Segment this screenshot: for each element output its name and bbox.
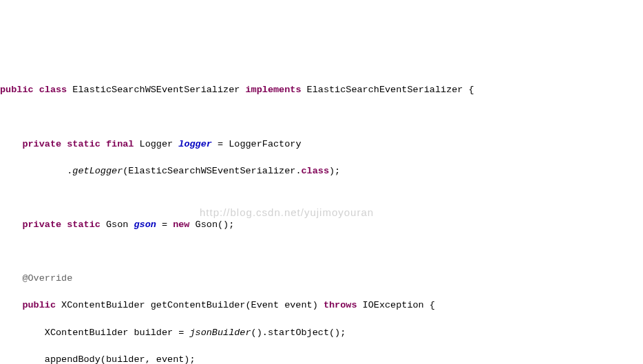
- call-getlogger: getLogger: [72, 166, 123, 176]
- code-line-blank: [0, 111, 643, 125]
- rest: (ElasticSearchWSEventSerializer.: [123, 166, 301, 176]
- kw-final: final: [106, 139, 134, 149]
- eq: =: [156, 220, 173, 230]
- kw-class: class: [302, 166, 330, 176]
- method-sig: XContentBuilder getContentBuilder(Event …: [56, 300, 324, 310]
- rest: Gson();: [189, 220, 234, 230]
- stmt: appendBody(builder, event);: [45, 354, 196, 364]
- code-line-3: .getLogger(ElasticSearchWSEventSerialize…: [0, 164, 643, 178]
- rest: ().startObject();: [251, 328, 346, 338]
- kw-static: static: [67, 139, 101, 149]
- code-line-5: private static Gson gson = new Gson();: [0, 218, 643, 232]
- kw-implements: implements: [245, 85, 301, 95]
- type-logger: Logger: [134, 139, 178, 149]
- type-gson: Gson: [101, 220, 134, 230]
- var-decl: XContentBuilder builder =: [45, 328, 190, 338]
- interface-name: ElasticSearchEventSerializer {: [302, 85, 474, 95]
- kw-static: static: [67, 220, 101, 230]
- code-line-10: appendBody(builder, event);: [0, 353, 643, 364]
- annotation-override: @Override: [22, 273, 72, 283]
- class-name: ElasticSearchWSEventSerializer: [67, 85, 245, 95]
- kw-public: public: [0, 85, 34, 95]
- call-jsonbuilder: jsonBuilder: [189, 328, 251, 338]
- code-line-blank: [0, 245, 643, 259]
- kw-class: class: [39, 85, 67, 95]
- field-gson: gson: [134, 220, 156, 230]
- code-line-7: @Override: [0, 272, 643, 286]
- rest: );: [329, 166, 340, 176]
- kw-private: private: [22, 139, 61, 149]
- rest: = LoggerFactory: [212, 139, 302, 149]
- kw-new: new: [173, 220, 189, 230]
- code-line-9: XContentBuilder builder = jsonBuilder().…: [0, 326, 643, 340]
- exc: IOException {: [357, 300, 435, 310]
- indent-dot: .: [0, 166, 72, 176]
- code-line-2: private static final Logger logger = Log…: [0, 138, 643, 151]
- code-line-blank: [0, 191, 643, 205]
- field-logger: logger: [178, 139, 212, 149]
- kw-private: private: [22, 220, 61, 230]
- kw-throws: throws: [324, 300, 357, 310]
- kw-public: public: [22, 300, 56, 310]
- code-line-8: public XContentBuilder getContentBuilder…: [0, 299, 643, 312]
- code-line-0: public class ElasticSearchWSEventSeriali…: [0, 83, 643, 97]
